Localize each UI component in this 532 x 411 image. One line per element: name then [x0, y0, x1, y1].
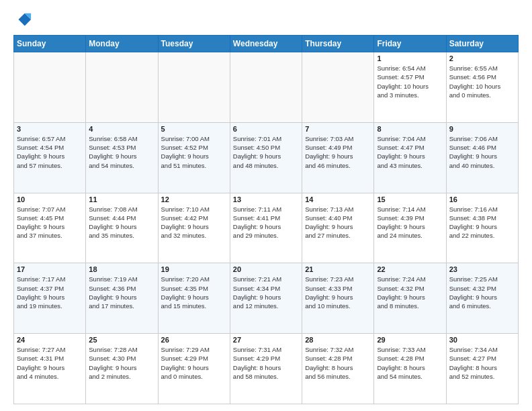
- day-info: Sunrise: 7:23 AM Sunset: 4:33 PM Dayligh…: [305, 275, 371, 310]
- day-number: 8: [377, 125, 443, 133]
- day-info: Sunrise: 7:07 AM Sunset: 4:45 PM Dayligh…: [17, 205, 83, 240]
- day-cell: 26Sunrise: 7:29 AM Sunset: 4:29 PM Dayli…: [158, 334, 230, 404]
- day-cell: 25Sunrise: 7:28 AM Sunset: 4:30 PM Dayli…: [86, 334, 158, 404]
- day-cell: 4Sunrise: 6:58 AM Sunset: 4:53 PM Daylig…: [86, 122, 158, 193]
- day-cell: [86, 52, 158, 123]
- day-cell: 16Sunrise: 7:16 AM Sunset: 4:38 PM Dayli…: [446, 193, 518, 263]
- day-number: 6: [233, 125, 299, 133]
- day-cell: 21Sunrise: 7:23 AM Sunset: 4:33 PM Dayli…: [302, 263, 374, 334]
- day-cell: 2Sunrise: 6:55 AM Sunset: 4:56 PM Daylig…: [446, 52, 518, 123]
- day-number: 13: [233, 195, 299, 203]
- header-row: SundayMondayTuesdayWednesdayThursdayFrid…: [14, 36, 519, 52]
- week-row-4: 24Sunrise: 7:27 AM Sunset: 4:31 PM Dayli…: [14, 334, 519, 404]
- day-info: Sunrise: 7:31 AM Sunset: 4:29 PM Dayligh…: [233, 345, 299, 381]
- day-cell: 28Sunrise: 7:32 AM Sunset: 4:28 PM Dayli…: [302, 334, 374, 404]
- day-cell: 23Sunrise: 7:25 AM Sunset: 4:32 PM Dayli…: [446, 263, 518, 334]
- day-info: Sunrise: 7:33 AM Sunset: 4:28 PM Dayligh…: [377, 345, 443, 381]
- day-number: 9: [449, 125, 515, 133]
- day-cell: [158, 52, 230, 123]
- day-cell: 6Sunrise: 7:01 AM Sunset: 4:50 PM Daylig…: [230, 122, 302, 193]
- col-header-saturday: Saturday: [446, 36, 518, 52]
- day-cell: 3Sunrise: 6:57 AM Sunset: 4:54 PM Daylig…: [14, 122, 86, 193]
- day-cell: [14, 52, 86, 123]
- day-cell: 22Sunrise: 7:24 AM Sunset: 4:32 PM Dayli…: [374, 263, 446, 334]
- day-number: 15: [377, 195, 443, 203]
- day-number: 12: [161, 195, 227, 203]
- day-info: Sunrise: 7:13 AM Sunset: 4:40 PM Dayligh…: [305, 205, 371, 240]
- day-number: 17: [17, 265, 83, 273]
- day-number: 26: [161, 336, 227, 344]
- day-info: Sunrise: 7:03 AM Sunset: 4:49 PM Dayligh…: [305, 134, 371, 170]
- day-info: Sunrise: 7:28 AM Sunset: 4:30 PM Dayligh…: [89, 345, 154, 381]
- day-number: 27: [233, 336, 299, 344]
- day-number: 23: [449, 265, 515, 273]
- day-cell: 11Sunrise: 7:08 AM Sunset: 4:44 PM Dayli…: [86, 193, 158, 263]
- page: SundayMondayTuesdayWednesdayThursdayFrid…: [0, 0, 532, 411]
- day-cell: [302, 52, 374, 123]
- day-number: 1: [377, 54, 443, 62]
- day-info: Sunrise: 7:17 AM Sunset: 4:37 PM Dayligh…: [17, 275, 83, 310]
- day-cell: 15Sunrise: 7:14 AM Sunset: 4:39 PM Dayli…: [374, 193, 446, 263]
- day-info: Sunrise: 7:06 AM Sunset: 4:46 PM Dayligh…: [449, 134, 515, 170]
- day-info: Sunrise: 6:58 AM Sunset: 4:53 PM Dayligh…: [89, 134, 154, 170]
- day-number: 29: [377, 336, 443, 344]
- day-info: Sunrise: 7:27 AM Sunset: 4:31 PM Dayligh…: [17, 345, 83, 381]
- day-cell: 14Sunrise: 7:13 AM Sunset: 4:40 PM Dayli…: [302, 193, 374, 263]
- day-cell: 30Sunrise: 7:34 AM Sunset: 4:27 PM Dayli…: [446, 334, 518, 404]
- day-info: Sunrise: 7:04 AM Sunset: 4:47 PM Dayligh…: [377, 134, 443, 170]
- day-cell: 20Sunrise: 7:21 AM Sunset: 4:34 PM Dayli…: [230, 263, 302, 334]
- day-cell: 12Sunrise: 7:10 AM Sunset: 4:42 PM Dayli…: [158, 193, 230, 263]
- day-info: Sunrise: 7:24 AM Sunset: 4:32 PM Dayligh…: [377, 275, 443, 310]
- day-info: Sunrise: 7:34 AM Sunset: 4:27 PM Dayligh…: [449, 345, 515, 381]
- week-row-1: 3Sunrise: 6:57 AM Sunset: 4:54 PM Daylig…: [14, 122, 519, 193]
- header: [13, 11, 519, 30]
- day-number: 21: [305, 265, 371, 273]
- day-number: 14: [305, 195, 371, 203]
- day-number: 2: [449, 54, 515, 62]
- day-info: Sunrise: 7:14 AM Sunset: 4:39 PM Dayligh…: [377, 205, 443, 240]
- day-cell: 29Sunrise: 7:33 AM Sunset: 4:28 PM Dayli…: [374, 334, 446, 404]
- day-info: Sunrise: 7:20 AM Sunset: 4:35 PM Dayligh…: [161, 275, 227, 310]
- day-info: Sunrise: 7:25 AM Sunset: 4:32 PM Dayligh…: [449, 275, 515, 310]
- day-number: 16: [449, 195, 515, 203]
- day-info: Sunrise: 7:11 AM Sunset: 4:41 PM Dayligh…: [233, 205, 299, 240]
- day-number: 22: [377, 265, 443, 273]
- day-number: 18: [89, 265, 154, 273]
- day-info: Sunrise: 7:10 AM Sunset: 4:42 PM Dayligh…: [161, 205, 227, 240]
- day-number: 25: [89, 336, 154, 344]
- day-cell: 19Sunrise: 7:20 AM Sunset: 4:35 PM Dayli…: [158, 263, 230, 334]
- day-number: 10: [17, 195, 83, 203]
- day-info: Sunrise: 6:55 AM Sunset: 4:56 PM Dayligh…: [449, 64, 515, 99]
- day-number: 11: [89, 195, 154, 203]
- day-info: Sunrise: 7:21 AM Sunset: 4:34 PM Dayligh…: [233, 275, 299, 310]
- day-info: Sunrise: 6:54 AM Sunset: 4:57 PM Dayligh…: [377, 64, 443, 99]
- day-number: 3: [17, 125, 83, 133]
- day-cell: 17Sunrise: 7:17 AM Sunset: 4:37 PM Dayli…: [14, 263, 86, 334]
- day-info: Sunrise: 7:19 AM Sunset: 4:36 PM Dayligh…: [89, 275, 154, 310]
- day-cell: 5Sunrise: 7:00 AM Sunset: 4:52 PM Daylig…: [158, 122, 230, 193]
- day-number: 30: [449, 336, 515, 344]
- week-row-2: 10Sunrise: 7:07 AM Sunset: 4:45 PM Dayli…: [14, 193, 519, 263]
- day-info: Sunrise: 7:08 AM Sunset: 4:44 PM Dayligh…: [89, 205, 154, 240]
- calendar-table: SundayMondayTuesdayWednesdayThursdayFrid…: [13, 35, 519, 404]
- col-header-sunday: Sunday: [14, 36, 86, 52]
- col-header-tuesday: Tuesday: [158, 36, 230, 52]
- day-cell: 24Sunrise: 7:27 AM Sunset: 4:31 PM Dayli…: [14, 334, 86, 404]
- logo-icon: [13, 11, 32, 30]
- day-info: Sunrise: 7:29 AM Sunset: 4:29 PM Dayligh…: [161, 345, 227, 381]
- day-number: 28: [305, 336, 371, 344]
- day-cell: 13Sunrise: 7:11 AM Sunset: 4:41 PM Dayli…: [230, 193, 302, 263]
- day-number: 7: [305, 125, 371, 133]
- day-info: Sunrise: 7:16 AM Sunset: 4:38 PM Dayligh…: [449, 205, 515, 240]
- col-header-monday: Monday: [86, 36, 158, 52]
- day-number: 5: [161, 125, 227, 133]
- day-number: 24: [17, 336, 83, 344]
- col-header-thursday: Thursday: [302, 36, 374, 52]
- week-row-0: 1Sunrise: 6:54 AM Sunset: 4:57 PM Daylig…: [14, 52, 519, 123]
- day-number: 4: [89, 125, 154, 133]
- day-cell: 18Sunrise: 7:19 AM Sunset: 4:36 PM Dayli…: [86, 263, 158, 334]
- day-info: Sunrise: 7:32 AM Sunset: 4:28 PM Dayligh…: [305, 345, 371, 381]
- day-cell: 1Sunrise: 6:54 AM Sunset: 4:57 PM Daylig…: [374, 52, 446, 123]
- day-info: Sunrise: 6:57 AM Sunset: 4:54 PM Dayligh…: [17, 134, 83, 170]
- logo: [13, 11, 35, 30]
